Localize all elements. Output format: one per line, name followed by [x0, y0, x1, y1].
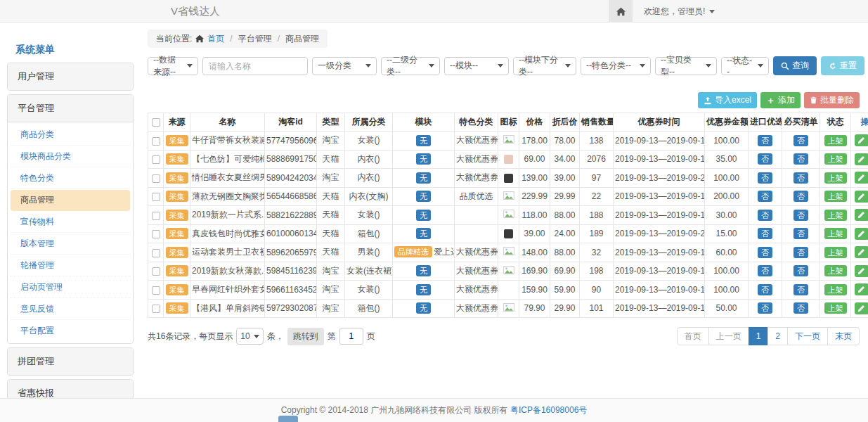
sidebar-subitem-7[interactable]: 启动页管理 — [11, 277, 130, 298]
edit-button[interactable] — [855, 265, 868, 277]
status-badge[interactable]: 上架 — [824, 228, 847, 239]
cell-coupon-time: 2019-09-13—2019-09-19 — [614, 206, 705, 225]
status-badge[interactable]: 上架 — [824, 135, 847, 146]
row-checkbox[interactable] — [152, 305, 160, 313]
import-select-badge[interactable]: 否 — [758, 191, 772, 202]
must-buy-badge[interactable]: 否 — [793, 302, 808, 314]
must-buy-badge[interactable]: 否 — [793, 210, 808, 221]
must-buy-badge[interactable]: 否 — [793, 172, 808, 184]
status-badge[interactable]: 上架 — [824, 302, 847, 314]
row-checkbox[interactable] — [152, 230, 160, 238]
icp-link[interactable]: 粤ICP备16098006号 — [510, 404, 587, 416]
import-select-badge[interactable]: 否 — [758, 153, 772, 165]
pager-prev[interactable]: 上一页 — [708, 327, 749, 345]
status-badge[interactable]: 上架 — [824, 210, 847, 221]
per-page-select[interactable]: 10 — [236, 328, 263, 345]
must-buy-badge[interactable]: 否 — [793, 284, 808, 295]
sidebar-subitem-5[interactable]: 版本管理 — [11, 234, 130, 255]
edit-button[interactable] — [855, 246, 868, 258]
row-checkbox[interactable] — [152, 286, 160, 295]
row-checkbox[interactable] — [152, 212, 160, 220]
edit-button[interactable] — [855, 228, 868, 240]
must-buy-badge[interactable]: 否 — [793, 191, 808, 202]
import-excel-button[interactable]: 导入excel — [698, 92, 757, 108]
must-buy-badge[interactable]: 否 — [793, 153, 808, 165]
reset-button[interactable]: 重置 — [821, 56, 864, 75]
sidebar-subitem-8[interactable]: 意见反馈 — [11, 299, 130, 320]
sidebar-subitem-3[interactable]: 商品管理 — [11, 190, 130, 211]
breadcrumb-home-link[interactable]: 首页 — [207, 33, 224, 45]
records-summary-suffix: 条， — [267, 331, 284, 343]
import-select-badge[interactable]: 否 — [758, 172, 772, 184]
module-sub-category-select[interactable]: --模块下分类-- — [513, 57, 576, 75]
sidebar-subitem-2[interactable]: 特色分类 — [11, 168, 130, 189]
pager-page-1[interactable]: 1 — [749, 327, 769, 345]
edit-button[interactable] — [855, 172, 868, 184]
pager-next[interactable]: 下一页 — [787, 327, 828, 345]
edit-button[interactable] — [855, 134, 868, 146]
status-badge[interactable]: 上架 — [824, 284, 847, 295]
import-select-badge[interactable]: 否 — [758, 228, 772, 239]
pager-page-2[interactable]: 2 — [767, 327, 788, 345]
table-row: 采集 情侣睡衣女夏丝绸男士... 589042420344 淘宝 内衣() 无 … — [148, 169, 868, 188]
status-select[interactable]: --状态-- — [721, 57, 769, 75]
data-source-select[interactable]: --数据来源-- — [148, 57, 198, 75]
plus-icon: ＋ — [766, 96, 775, 105]
edit-button[interactable] — [855, 209, 868, 221]
edit-button[interactable] — [855, 302, 868, 314]
row-checkbox[interactable] — [152, 174, 160, 183]
feature-category-select[interactable]: --特色分类-- — [581, 57, 651, 75]
pager-first[interactable]: 首页 — [677, 327, 709, 345]
sidebar-item-0[interactable]: 用户管理 — [8, 63, 133, 90]
pager-last[interactable]: 末页 — [827, 327, 860, 345]
sidebar-item-1[interactable]: 平台管理 — [8, 95, 133, 122]
jump-button[interactable]: 跳转到 — [287, 328, 324, 345]
status-badge[interactable]: 上架 — [824, 247, 847, 258]
status-badge[interactable]: 上架 — [824, 265, 847, 276]
module-select[interactable]: --模块-- — [444, 57, 509, 75]
import-select-badge[interactable]: 否 — [758, 247, 772, 258]
must-buy-badge[interactable]: 否 — [793, 265, 808, 276]
jump-page-input[interactable] — [339, 328, 363, 345]
import-select-badge[interactable]: 否 — [758, 210, 772, 221]
sidebar-subitem-1[interactable]: 模块商品分类 — [11, 146, 130, 167]
import-select-badge[interactable]: 否 — [758, 284, 772, 295]
import-select-badge[interactable]: 否 — [758, 302, 772, 314]
import-select-badge[interactable]: 否 — [758, 265, 772, 276]
caret-down-icon — [187, 64, 193, 68]
level2-category-select[interactable]: --二级分类-- — [381, 57, 440, 75]
sidebar-subitem-0[interactable]: 商品分类 — [11, 124, 130, 146]
caret-down-icon — [758, 64, 763, 68]
select-all-checkbox[interactable] — [152, 118, 160, 127]
main-content: 当前位置: 首页 / 平台管理 / 商品管理 --数据来源-- 一级分类 --二… — [148, 30, 860, 345]
row-checkbox[interactable] — [152, 193, 160, 201]
add-button[interactable]: ＋ 添加 — [760, 92, 801, 108]
edit-button[interactable] — [855, 153, 868, 165]
status-badge[interactable]: 上架 — [824, 153, 847, 165]
must-buy-badge[interactable]: 否 — [793, 247, 808, 258]
batch-delete-button[interactable]: 批量删除 — [804, 92, 860, 108]
row-checkbox[interactable] — [152, 155, 160, 164]
edit-button[interactable] — [855, 283, 868, 295]
row-checkbox[interactable] — [152, 249, 160, 257]
row-checkbox[interactable] — [152, 267, 160, 276]
query-button[interactable]: 查询 — [773, 56, 817, 75]
product-name-input[interactable] — [202, 57, 308, 75]
user-menu[interactable]: 欢迎您，管理员! — [644, 6, 715, 18]
edit-button[interactable] — [855, 191, 868, 203]
level1-category-select[interactable]: 一级分类 — [312, 57, 377, 75]
sidebar-subitem-9[interactable]: 平台配置 — [11, 321, 130, 341]
cell-checkbox — [148, 299, 164, 318]
status-badge[interactable]: 上架 — [824, 172, 847, 184]
must-buy-badge[interactable]: 否 — [793, 135, 808, 146]
status-badge[interactable]: 上架 — [824, 191, 847, 202]
sidebar-subitem-4[interactable]: 宣传物料 — [11, 212, 130, 233]
sidebar-item-2[interactable]: 拼团管理 — [8, 348, 133, 375]
cell-taoke-id: 597293020870 — [265, 299, 317, 318]
home-button[interactable] — [609, 0, 633, 23]
must-buy-badge[interactable]: 否 — [793, 228, 808, 239]
item-type-select[interactable]: --宝贝类型-- — [655, 57, 717, 75]
sidebar-subitem-6[interactable]: 轮播管理 — [11, 255, 130, 276]
import-select-badge[interactable]: 否 — [758, 135, 772, 146]
row-checkbox[interactable] — [152, 137, 160, 146]
